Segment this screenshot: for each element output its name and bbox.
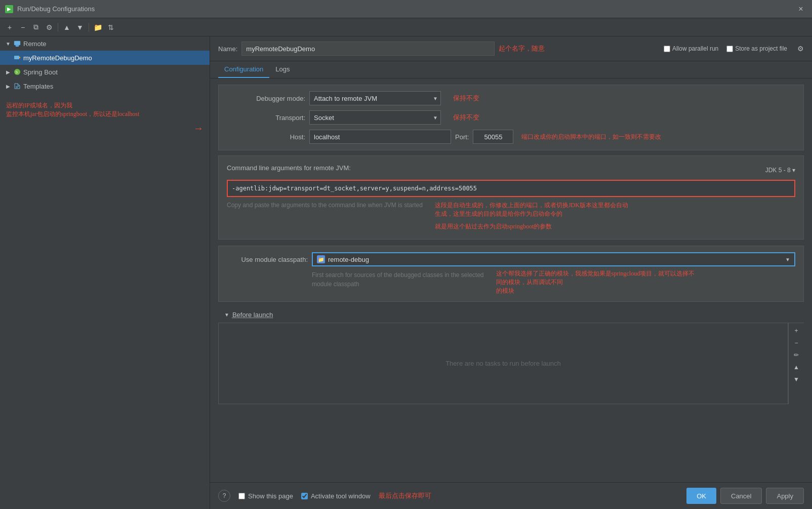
debugger-mode-annotation: 保持不变 — [453, 94, 479, 103]
before-launch-collapse-icon: ▼ — [224, 312, 229, 318]
show-page-wrap: Show this page — [238, 492, 293, 500]
before-launch-remove-button[interactable]: − — [791, 337, 802, 348]
name-input[interactable] — [241, 42, 495, 56]
remote-item-label: myRemoteDebugDemo — [23, 54, 92, 62]
left-panel: ▼ Remote myRemoteDebugDemo ▶ S — [0, 36, 210, 509]
module-annotation-line2: 的模块 — [496, 287, 699, 295]
tree-remote-group[interactable]: ▼ Remote — [0, 36, 210, 51]
spring-boot-expand-arrow[interactable]: ▶ — [4, 68, 12, 76]
host-input[interactable] — [309, 130, 451, 144]
command-annotation2: 就是用这个贴过去作为启动springboot的参数 — [435, 222, 628, 231]
move-up-button[interactable]: ▲ — [61, 22, 72, 33]
command-line-text: -agentlib:jdwp=transport=dt_socket,serve… — [232, 185, 477, 192]
command-annotation-line2: 生成，这里生成的目的就是给你作为启动命令的 — [435, 210, 628, 218]
settings-button[interactable]: ⚙ — [44, 22, 55, 33]
remove-button[interactable]: − — [17, 22, 28, 33]
tree-remote-item[interactable]: myRemoteDebugDemo — [0, 51, 210, 65]
module-classpath-select[interactable]: 📁 remote-debug ▼ — [312, 252, 795, 266]
tree-spring-boot-group[interactable]: ▶ S Spring Boot — [0, 65, 210, 79]
svg-rect-2 — [15, 45, 19, 46]
command-line-section: Command line arguments for remote JVM: J… — [218, 155, 804, 240]
debugger-mode-label: Debugger mode: — [227, 95, 305, 102]
debugger-mode-select[interactable]: Attach to remote JVM — [309, 91, 441, 105]
tabs: Configuration Logs — [210, 61, 812, 79]
folder-button[interactable]: 📁 — [92, 22, 103, 33]
command-line-box: -agentlib:jdwp=transport=dt_socket,serve… — [227, 180, 795, 197]
main-content: ▼ Remote myRemoteDebugDemo ▶ S — [0, 36, 812, 509]
before-launch-empty-area: There are no tasks to run before launch — [218, 323, 788, 404]
before-launch-move-up-button[interactable]: ▲ — [791, 362, 802, 373]
connection-section: Debugger mode: Attach to remote JVM ▼ 保持… — [218, 85, 804, 150]
transport-row: Transport: Socket ▼ 保持不变 — [227, 110, 795, 125]
jdk-version-label[interactable]: JDK 5 - 8 ▾ — [765, 167, 795, 174]
remote-expand-arrow[interactable]: ▼ — [4, 40, 12, 48]
svg-rect-1 — [16, 46, 19, 47]
allow-parallel-label[interactable]: Allow parallel run — [664, 45, 718, 52]
port-annotation: 端口改成你的启动脚本中的端口，如一致则不需要改 — [521, 133, 661, 141]
before-launch-title: Before launch — [232, 311, 273, 319]
footer-left: ? Show this page Activate tool window 最后… — [218, 490, 431, 502]
module-hints-row: First search for sources of the debugged… — [227, 269, 795, 295]
name-row: Name: 起个名字，随意 Allow parallel run Store a… — [210, 36, 812, 61]
activate-tool-label: Activate tool window — [311, 492, 371, 500]
svg-rect-4 — [19, 57, 20, 58]
module-hint-line1: First search for sources of the debugged… — [227, 271, 484, 279]
spring-boot-icon: S — [13, 68, 21, 76]
port-label: Port: — [455, 133, 469, 141]
before-launch-add-button[interactable]: + — [791, 325, 802, 336]
remote-group-label: Remote — [23, 40, 47, 48]
tab-configuration[interactable]: Configuration — [218, 61, 269, 78]
module-classpath-value: remote-debug — [328, 256, 785, 263]
ok-button[interactable]: OK — [686, 488, 716, 504]
tree-templates-group[interactable]: ▶ Templates — [0, 79, 210, 93]
store-project-label[interactable]: Store as project file — [726, 45, 787, 52]
remote-item-spacer — [4, 54, 12, 62]
store-project-checkbox[interactable] — [726, 46, 733, 52]
dialog-title: Run/Debug Configurations — [17, 5, 795, 13]
help-button[interactable]: ? — [218, 490, 230, 502]
command-line-hint: Copy and paste the arguments to the comm… — [227, 202, 423, 209]
host-port-row: Host: Port: 端口改成你的启动脚本中的端口，如一致则不需要改 — [227, 130, 795, 144]
add-button[interactable]: + — [4, 22, 15, 33]
show-page-checkbox[interactable] — [238, 493, 245, 499]
transport-annotation: 保持不变 — [453, 113, 479, 122]
module-classpath-section: Use module classpath: 📁 remote-debug ▼ F… — [218, 246, 804, 302]
before-launch-header[interactable]: ▼ Before launch — [218, 307, 804, 323]
title-bar: ▶ Run/Debug Configurations × — [0, 0, 812, 18]
run-debug-dialog: ▶ Run/Debug Configurations × + − ⧉ ⚙ ▲ ▼… — [0, 0, 812, 509]
svg-text:S: S — [16, 70, 18, 74]
footer-annotation: 最后点击保存即可 — [379, 491, 431, 500]
before-launch-move-down-button[interactable]: ▼ — [791, 374, 802, 385]
remote-group-icon — [13, 40, 21, 48]
copy-button[interactable]: ⧉ — [30, 22, 42, 33]
allow-parallel-checkbox[interactable] — [664, 46, 670, 52]
transport-select[interactable]: Socket — [309, 110, 441, 125]
transport-label: Transport: — [227, 114, 305, 122]
svg-rect-0 — [14, 41, 20, 45]
module-annotation-block: 这个帮我选择了正确的模块，我感觉如果是springcloud项目，就可以选择不同… — [496, 269, 699, 295]
port-input[interactable] — [473, 130, 513, 144]
remote-item-icon — [13, 54, 21, 62]
module-classpath-arrow-icon: ▼ — [785, 257, 790, 262]
module-classpath-label: Use module classpath: — [227, 256, 308, 263]
templates-label: Templates — [23, 83, 53, 90]
activate-tool-checkbox[interactable] — [301, 493, 308, 499]
cancel-button[interactable]: Cancel — [720, 488, 762, 504]
command-annotation-block: 这段是自动生成的，你修改上面的端口，或者切换JDK版本这里都会自动 生成，这里生… — [435, 201, 628, 231]
debugger-mode-row: Debugger mode: Attach to remote JVM ▼ 保持… — [227, 91, 795, 105]
before-launch-edit-button[interactable]: ✏ — [791, 349, 802, 361]
templates-expand-arrow[interactable]: ▶ — [4, 82, 12, 90]
before-launch-side-buttons: + − ✏ ▲ ▼ — [788, 323, 804, 404]
name-label: Name: — [218, 45, 237, 53]
annotation-arrow-right: → — [6, 123, 204, 134]
apply-button[interactable]: Apply — [766, 488, 804, 504]
move-down-button[interactable]: ▼ — [74, 22, 86, 33]
close-button[interactable]: × — [795, 3, 807, 15]
footer: ? Show this page Activate tool window 最后… — [210, 482, 812, 509]
show-page-label: Show this page — [248, 492, 293, 500]
store-project-gear-icon[interactable]: ⚙ — [797, 45, 804, 53]
activate-tool-wrap: Activate tool window — [301, 492, 371, 500]
tab-logs[interactable]: Logs — [269, 61, 296, 78]
module-hint-line2: module classpath — [227, 281, 484, 288]
sort-button[interactable]: ⇅ — [105, 22, 116, 33]
